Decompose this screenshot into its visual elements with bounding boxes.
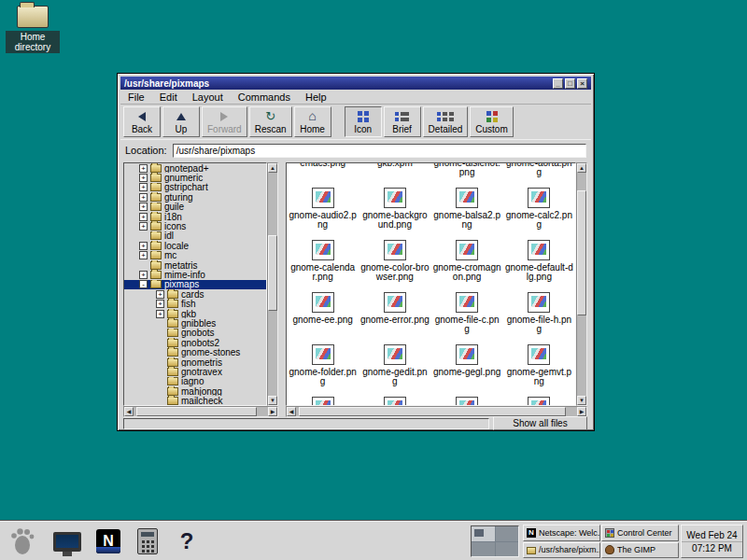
tree-item[interactable]: +icons xyxy=(124,221,266,231)
desktop-pager[interactable] xyxy=(471,525,519,557)
tree-item[interactable]: gnome-stones xyxy=(124,347,266,357)
file-item[interactable]: gnome-balsa2.png xyxy=(431,184,503,236)
tree-item[interactable]: +cards xyxy=(124,289,266,299)
menu-commands[interactable]: Commands xyxy=(231,91,298,104)
icon-view-button[interactable]: Icon xyxy=(345,106,382,137)
tree-item[interactable]: gnotravex xyxy=(124,367,266,376)
scroll-right-arrow[interactable] xyxy=(577,407,586,416)
tree-expander-icon[interactable]: + xyxy=(156,300,164,308)
task-gimp[interactable]: The GIMP xyxy=(601,542,679,559)
file-item[interactable]: gnome-calendar.png xyxy=(287,236,359,288)
tree-expander-icon[interactable]: + xyxy=(156,290,164,299)
tree-item[interactable]: +gnotepad+ xyxy=(124,163,266,173)
keypad-launcher[interactable] xyxy=(129,525,166,558)
menu-layout[interactable]: Layout xyxy=(185,91,231,104)
file-item[interactable]: gnome-cromagnon.png xyxy=(431,236,503,288)
home-directory-desktop-icon[interactable]: Home directory xyxy=(6,6,60,54)
tree-vertical-scrollbar[interactable] xyxy=(267,162,278,406)
terminal-launcher[interactable] xyxy=(49,525,86,558)
tree-expander-icon[interactable]: + xyxy=(139,174,148,182)
tree-expander-icon[interactable]: + xyxy=(139,213,148,221)
pager-desktop-1[interactable] xyxy=(472,526,495,541)
scroll-down-arrow[interactable] xyxy=(268,396,277,405)
tree-item[interactable]: mailcheck xyxy=(124,396,266,405)
pager-desktop-2[interactable] xyxy=(496,526,519,541)
task-control-center[interactable]: Control Center xyxy=(601,525,679,541)
scroll-down-arrow[interactable] xyxy=(577,396,586,405)
scroll-right-arrow[interactable] xyxy=(268,407,277,416)
file-item[interactable] xyxy=(359,393,430,406)
main-menu-button[interactable] xyxy=(4,525,41,558)
menu-help[interactable]: Help xyxy=(298,91,334,104)
tree-item[interactable]: +locale xyxy=(124,241,266,250)
scrollbar-track[interactable] xyxy=(134,407,268,416)
file-item[interactable]: gnome-ee.png xyxy=(287,288,359,341)
file-item[interactable]: gnome-background.png xyxy=(359,184,430,236)
window-titlebar[interactable]: /usr/share/pixmaps _ □ × xyxy=(120,77,591,90)
file-item[interactable] xyxy=(503,393,575,406)
files-vertical-scrollbar[interactable] xyxy=(576,162,587,406)
file-item[interactable]: gnome-error.png xyxy=(359,288,430,341)
tree-item[interactable]: +mc xyxy=(124,251,266,260)
file-item[interactable]: gnome-aorta.png xyxy=(503,162,575,184)
task-file-manager[interactable]: /usr/share/pixm... xyxy=(523,542,600,559)
tree-item[interactable]: gnobots2 xyxy=(124,338,266,347)
tree-expander-icon[interactable]: + xyxy=(139,183,148,191)
scrollbar-thumb[interactable] xyxy=(136,407,258,416)
tree-item[interactable]: +gturing xyxy=(124,192,266,202)
netscape-launcher[interactable]: N xyxy=(90,525,127,558)
show-all-files-button[interactable]: Show all files xyxy=(493,416,587,430)
location-input[interactable]: /usr/share/pixmaps xyxy=(173,144,586,158)
scroll-up-arrow[interactable] xyxy=(577,163,586,173)
tree-item[interactable]: gnobots xyxy=(124,329,266,338)
scrollbar-track[interactable] xyxy=(296,407,577,416)
tree-item[interactable]: +gnumeric xyxy=(124,173,266,182)
close-button[interactable]: × xyxy=(577,78,587,89)
tree-item[interactable]: idl xyxy=(124,231,266,241)
detailed-view-button[interactable]: Detailed xyxy=(423,106,469,137)
tree-expander-icon[interactable]: + xyxy=(139,164,148,173)
panel-divider-handle[interactable] xyxy=(278,162,286,417)
file-item[interactable] xyxy=(287,393,359,406)
custom-view-button[interactable]: Custom xyxy=(470,106,513,137)
scrollbar-track[interactable] xyxy=(268,173,277,396)
tree-expander-icon[interactable]: + xyxy=(139,222,148,231)
file-item[interactable]: gnome-gedit.png xyxy=(359,341,430,393)
file-item[interactable]: emacs.png xyxy=(287,162,359,184)
tree-item[interactable]: +gkb xyxy=(124,309,266,318)
tree-expander-icon[interactable]: - xyxy=(139,280,148,288)
brief-view-button[interactable]: Brief xyxy=(384,106,421,137)
tree-item[interactable]: +fish xyxy=(124,299,266,308)
tree-item[interactable]: +guile xyxy=(124,203,266,212)
tree-item[interactable]: gnometris xyxy=(124,357,266,367)
tree-expander-icon[interactable]: + xyxy=(139,193,148,202)
home-button[interactable]: Home xyxy=(294,106,331,137)
file-item[interactable]: gnome-folder.png xyxy=(287,341,359,393)
file-item[interactable]: gnome-audio2.png xyxy=(287,184,359,236)
rescan-button[interactable]: Rescan xyxy=(249,106,292,137)
scrollbar-thumb[interactable] xyxy=(299,407,566,416)
back-button[interactable]: Back xyxy=(123,106,161,137)
pager-desktop-4[interactable] xyxy=(496,542,519,557)
tree-expander-icon[interactable]: + xyxy=(139,251,148,259)
tree-expander-icon[interactable]: + xyxy=(139,242,148,250)
maximize-button[interactable]: □ xyxy=(565,78,575,89)
file-item[interactable]: gnome-gemvt.png xyxy=(503,341,575,393)
tree-expander-icon[interactable]: + xyxy=(139,271,148,279)
scrollbar-track[interactable] xyxy=(577,173,586,396)
menu-file[interactable]: File xyxy=(120,91,152,104)
clock-applet[interactable]: Wed Feb 24 07:12 PM xyxy=(681,525,743,558)
forward-button[interactable]: Forward xyxy=(202,106,247,137)
scrollbar-thumb[interactable] xyxy=(268,235,277,311)
up-button[interactable]: Up xyxy=(162,106,200,137)
tree-item[interactable]: +gstripchart xyxy=(124,183,266,192)
tree-expander-icon[interactable]: + xyxy=(156,310,164,318)
tree-item[interactable]: +mime-info xyxy=(124,270,266,279)
file-item[interactable]: gnome-aisleriot.png xyxy=(431,162,503,184)
minimize-button[interactable]: _ xyxy=(553,78,563,89)
scroll-up-arrow[interactable] xyxy=(268,163,277,173)
scroll-left-arrow[interactable] xyxy=(124,407,134,416)
file-item[interactable] xyxy=(431,393,503,406)
tree-item-selected[interactable]: -pixmaps xyxy=(124,280,266,289)
tree-item[interactable]: +i18n xyxy=(124,212,266,221)
